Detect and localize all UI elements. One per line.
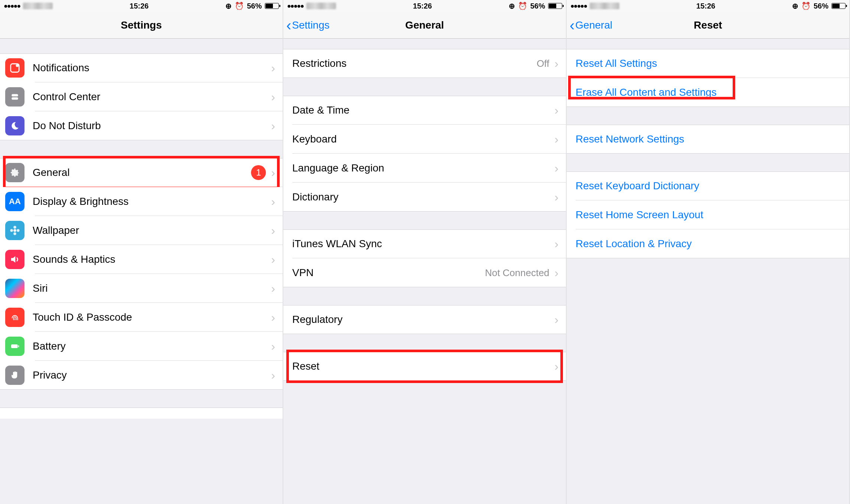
row-date-time[interactable]: Date & Time ›	[283, 96, 566, 125]
row-battery[interactable]: Battery ›	[0, 332, 283, 361]
row-sounds-haptics[interactable]: Sounds & Haptics ›	[0, 245, 283, 274]
general-list[interactable]: Restrictions Off › Date & Time › Keyboar…	[283, 39, 566, 504]
screen-general: ●●●●● 15:26 ⊕ ⏰ 56% ‹ Settings General R…	[283, 0, 567, 504]
signal-icon: ●●●●●	[4, 2, 20, 10]
svg-point-1	[16, 64, 19, 67]
row-erase-all-content[interactable]: Erase All Content and Settings	[567, 78, 849, 107]
row-display-brightness[interactable]: AA Display & Brightness ›	[0, 187, 283, 216]
row-reset[interactable]: Reset ›	[283, 352, 566, 381]
row-itunes-wlan-sync[interactable]: iTunes WLAN Sync ›	[283, 229, 566, 258]
battery-icon	[548, 3, 562, 9]
lock-icon: ⊕	[792, 1, 798, 10]
back-label: General	[575, 19, 612, 31]
row-reset-location-privacy[interactable]: Reset Location & Privacy	[567, 229, 849, 258]
nav-title: Settings	[0, 19, 283, 31]
row-label: Dictionary	[292, 191, 554, 203]
row-keyboard[interactable]: Keyboard ›	[283, 125, 566, 154]
status-bar: ●●●●● 15:26 ⊕ ⏰ 56%	[283, 0, 566, 12]
carrier-blur	[590, 3, 619, 9]
chevron-icon: ›	[554, 132, 558, 146]
row-vpn[interactable]: VPN Not Connected ›	[283, 258, 566, 287]
row-label: iTunes WLAN Sync	[292, 238, 554, 250]
row-restrictions[interactable]: Restrictions Off ›	[283, 49, 566, 78]
row-label: Reset Network Settings	[576, 133, 842, 145]
row-label: Regulatory	[292, 314, 554, 325]
back-button[interactable]: ‹ Settings	[283, 18, 330, 33]
row-language-region[interactable]: Language & Region ›	[283, 154, 566, 183]
back-label: Settings	[292, 19, 329, 31]
row-label: Touch ID & Passcode	[33, 311, 271, 323]
row-reset-keyboard-dictionary[interactable]: Reset Keyboard Dictionary	[567, 171, 849, 200]
screen-reset: ●●●●● 15:26 ⊕ ⏰ 56% ‹ General Reset Rese…	[567, 0, 850, 504]
signal-icon: ●●●●●	[287, 2, 303, 10]
row-label: Keyboard	[292, 133, 554, 145]
svg-point-5	[13, 226, 16, 229]
row-touchid-passcode[interactable]: Touch ID & Passcode ›	[0, 303, 283, 332]
battery-percent: 56%	[530, 2, 545, 10]
row-label: Do Not Disturb	[33, 120, 271, 132]
hand-icon	[5, 366, 25, 385]
back-button[interactable]: ‹ General	[567, 18, 612, 33]
chevron-icon: ›	[554, 104, 558, 117]
control-center-icon	[5, 87, 25, 107]
row-label: Language & Region	[292, 162, 554, 174]
settings-list[interactable]: Notifications › Control Center › Do Not …	[0, 39, 283, 504]
svg-rect-2	[12, 94, 18, 96]
row-label: VPN	[292, 267, 485, 279]
navbar-settings: Settings	[0, 12, 283, 39]
chevron-icon: ›	[271, 119, 275, 133]
chevron-icon: ›	[271, 61, 275, 75]
row-dictionary[interactable]: Dictionary ›	[283, 183, 566, 212]
chevron-icon: ›	[271, 195, 275, 209]
row-label: Erase All Content and Settings	[576, 86, 842, 98]
row-reset-all-settings[interactable]: Reset All Settings	[567, 49, 849, 78]
row-siri[interactable]: Siri ›	[0, 274, 283, 303]
row-label: Restrictions	[292, 58, 537, 69]
row-wallpaper[interactable]: Wallpaper ›	[0, 216, 283, 245]
row-reset-network-settings[interactable]: Reset Network Settings	[567, 125, 849, 154]
navbar-reset: ‹ General Reset	[567, 12, 849, 39]
row-privacy[interactable]: Privacy ›	[0, 361, 283, 390]
screen-settings: ●●●●● 15:26 ⊕ ⏰ 56% Settings Notificatio…	[0, 0, 283, 504]
chevron-icon: ›	[271, 282, 275, 295]
siri-icon	[5, 279, 25, 298]
reset-list[interactable]: Reset All Settings Erase All Content and…	[567, 39, 849, 504]
battery-icon	[265, 3, 279, 9]
row-do-not-disturb[interactable]: Do Not Disturb ›	[0, 111, 283, 140]
row-general[interactable]: General 1 ›	[0, 158, 283, 187]
row-cutoff[interactable]	[0, 408, 283, 419]
row-label: Control Center	[33, 91, 271, 103]
row-notifications[interactable]: Notifications ›	[0, 53, 283, 82]
chevron-icon: ›	[554, 360, 558, 373]
chevron-icon: ›	[271, 311, 275, 324]
row-label: Reset Location & Privacy	[576, 238, 842, 250]
chevron-icon: ›	[554, 237, 558, 251]
row-label: Notifications	[33, 62, 271, 74]
chevron-icon: ›	[271, 369, 275, 382]
row-control-center[interactable]: Control Center ›	[0, 82, 283, 111]
chevron-icon: ›	[554, 313, 558, 327]
alarm-icon: ⏰	[235, 1, 244, 10]
svg-point-8	[17, 229, 20, 232]
row-label: Reset Keyboard Dictionary	[576, 180, 842, 192]
moon-icon	[5, 116, 25, 135]
status-time: 15:26	[696, 2, 715, 10]
row-label: Privacy	[33, 369, 271, 381]
chevron-icon: ›	[271, 166, 275, 180]
row-regulatory[interactable]: Regulatory ›	[283, 305, 566, 334]
battery-row-icon	[5, 337, 25, 356]
status-bar: ●●●●● 15:26 ⊕ ⏰ 56%	[0, 0, 283, 12]
row-label: Reset Home Screen Layout	[576, 209, 842, 221]
chevron-icon: ›	[271, 224, 275, 238]
svg-point-4	[13, 229, 16, 232]
status-time: 15:26	[130, 2, 149, 10]
signal-icon: ●●●●●	[570, 2, 587, 10]
svg-point-6	[13, 232, 16, 235]
chevron-icon: ›	[554, 161, 558, 175]
row-reset-home-screen-layout[interactable]: Reset Home Screen Layout	[567, 200, 849, 229]
chevron-icon: ›	[554, 57, 558, 71]
speaker-icon	[5, 250, 25, 269]
chevron-icon: ›	[271, 253, 275, 266]
notifications-icon	[5, 58, 25, 78]
svg-rect-10	[18, 346, 19, 347]
